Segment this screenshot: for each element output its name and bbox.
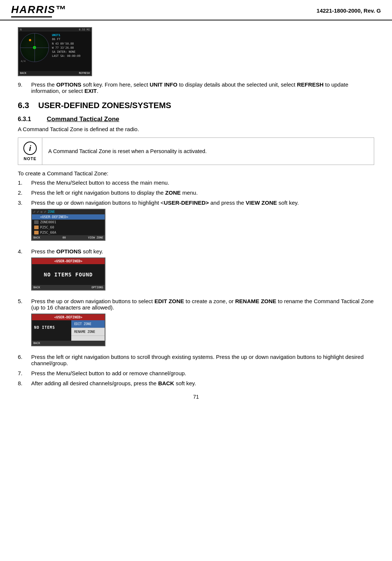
p25c60-icon xyxy=(34,226,39,229)
note-icon: i xyxy=(23,142,37,155)
screen-image: N 0.55 MI 4/4 UNIT1 86 FT N 43 09'50.88 … xyxy=(18,27,92,76)
step-5-num: 5. xyxy=(18,298,31,350)
p25c60a-icon xyxy=(34,231,39,234)
step-4-num: 4. xyxy=(18,248,31,294)
create-intro: To create a Command Tactical Zone: xyxy=(18,170,374,176)
step-9-content: Press the OPTIONS soft key. From here, s… xyxy=(31,81,374,94)
screen4-menu: EDIT ZONE RENAME ZONE xyxy=(71,320,105,341)
screen4-body: NO ITEMS EDIT ZONE RENAME ZONE xyxy=(32,320,105,341)
section-631-num: 6.3.1 xyxy=(18,116,40,123)
step-5: 5. Press the up or down navigation butto… xyxy=(18,298,374,350)
radar-crosshair-v xyxy=(35,33,35,62)
main-content: N 0.55 MI 4/4 UNIT1 86 FT N 43 09'50.88 … xyxy=(0,20,392,415)
step-9-num: 9. xyxy=(18,81,31,94)
screen2-header: ☍ ☍ ⚙ ☍ ZONE xyxy=(32,210,105,214)
rename-zone-keyword: RENAME ZONE xyxy=(235,298,276,304)
screen4-header: <USER-DEFINED> xyxy=(32,314,105,320)
screen2-row-p25c60a: P25C_60A ▼ xyxy=(32,230,105,235)
step-9: 9. Press the OPTIONS soft key. From here… xyxy=(18,81,374,94)
options-keyword: OPTIONS xyxy=(56,81,82,88)
radar-circle xyxy=(20,33,49,62)
step-4: 4. Press the OPTIONS soft key. <USER-DEF… xyxy=(18,248,374,294)
doc-number: 14221-1800-2000, Rev. G xyxy=(317,7,381,14)
screen-compass: N xyxy=(20,28,22,31)
screen2-row-zone0001: ZONE0001 xyxy=(32,220,105,225)
zone-keyword: ZONE xyxy=(165,189,181,196)
step-8: 8. After adding all desired channels/gro… xyxy=(18,380,374,386)
logo-underline xyxy=(11,16,52,17)
screen2-icons: ☍ ☍ ⚙ ☍ ZONE xyxy=(33,210,55,214)
screen-distance: 0.55 MI xyxy=(79,28,90,31)
screen4-footer: BACK xyxy=(32,341,105,346)
screen-soft-keys: BACK REFRESH xyxy=(19,71,91,75)
user-defined-icon xyxy=(34,215,39,219)
step-3-content: Press the up or down navigation buttons … xyxy=(31,200,374,244)
edit-zone-menu-item: EDIT ZONE xyxy=(71,320,105,328)
edit-zone-keyword: EDIT ZONE xyxy=(154,298,184,304)
screen2-container: ☍ ☍ ⚙ ☍ ZONE <USER-DEFINED> ZONE0001 xyxy=(31,209,374,241)
soft-back-3: BACK xyxy=(33,286,40,289)
screen2-row-selected: <USER-DEFINED> xyxy=(32,214,105,220)
unit-info-keyword: UNIT INFO xyxy=(150,81,177,88)
step-1-num: 1. xyxy=(18,179,31,186)
section-63-heading: 6.3 USER-DEFINED ZONES/SYSTEMS xyxy=(18,101,374,110)
page-number: 71 xyxy=(193,394,199,400)
step-7-num: 7. xyxy=(18,370,31,376)
screen2: ☍ ☍ ⚙ ☍ ZONE <USER-DEFINED> ZONE0001 xyxy=(31,209,105,241)
step-3: 3. Press the up or down navigation butto… xyxy=(18,200,374,244)
screen4: <USER-DEFINED> NO ITEMS EDIT ZONE RENAME… xyxy=(31,314,105,346)
soft-00: 00 xyxy=(62,236,66,239)
note-box: i NOTE A Command Tactical Zone is reset … xyxy=(18,137,374,165)
note-icon-column: i NOTE xyxy=(18,138,42,165)
company-logo: HARRIS™ xyxy=(11,4,66,16)
step-7: 7. Press the Menu/Select button to add o… xyxy=(18,370,374,376)
soft-key-refresh: REFRESH xyxy=(79,72,90,75)
section-631-title: Command Tactical Zone xyxy=(47,116,119,123)
options-keyword-2: OPTIONS xyxy=(56,248,82,254)
user-defined-label: <USER-DEFINED> xyxy=(40,215,68,219)
screen-top-bar: N 0.55 MI xyxy=(19,28,91,32)
view-zone-keyword: VIEW ZONE xyxy=(246,200,277,206)
section-63-title: USER-DEFINED ZONES/SYSTEMS xyxy=(38,101,171,110)
step-6-num: 6. xyxy=(18,354,31,366)
soft-view-zone: VIEW ZONE xyxy=(88,236,103,239)
screen3-footer: BACK OPTIONS xyxy=(32,285,105,290)
radar-page: 4/4 xyxy=(21,60,26,63)
step9-screen: N 0.55 MI 4/4 UNIT1 86 FT N 43 09'50.88 … xyxy=(18,27,374,76)
screen4-left: NO ITEMS xyxy=(32,320,71,341)
step-2: 2. Press the left or right navigation bu… xyxy=(18,189,374,196)
screen2-footer: BACK 00 VIEW ZONE xyxy=(32,235,105,240)
step-4-content: Press the OPTIONS soft key. <USER-DEFINE… xyxy=(31,248,374,294)
step-6-content: Press the left or right navigation butto… xyxy=(31,354,374,366)
zone0001-icon xyxy=(34,220,39,224)
refresh-keyword: REFRESH xyxy=(297,81,324,88)
section-63-num: 6.3 xyxy=(18,101,29,110)
soft-options: OPTIONS xyxy=(91,286,103,289)
soft-key-back: BACK xyxy=(20,72,26,75)
section-631-intro: A Command Tactical Zone is defined at th… xyxy=(18,126,374,132)
note-text: A Command Tactical Zone is reset when a … xyxy=(42,138,213,165)
soft-back-4: BACK xyxy=(33,341,40,345)
radar-circle-area: 4/4 xyxy=(20,33,50,63)
radar-info: UNIT1 86 FT N 43 09'50.88 W 77 33'26.88 … xyxy=(51,32,81,64)
rename-zone-menu-item: RENAME ZONE xyxy=(71,328,105,336)
page-footer: 71 xyxy=(18,394,374,403)
screen2-row-p25c60: P25C_60 xyxy=(32,225,105,230)
step-5-content: Press the up or down navigation buttons … xyxy=(31,298,374,350)
user-defined-keyword: USER-DEFINED> xyxy=(164,200,209,206)
exit-keyword: EXIT xyxy=(84,88,97,94)
back-keyword: BACK xyxy=(158,380,174,386)
screen3-header: <USER-DEFINED> xyxy=(32,258,105,264)
p25c60-label: P25C_60 xyxy=(40,226,54,229)
screen3-body: NO ITEMS FOUND xyxy=(32,264,105,285)
step-8-num: 8. xyxy=(18,380,31,386)
step-1: 1. Press the Menu/Select button to acces… xyxy=(18,179,374,186)
soft-back-2: BACK xyxy=(33,236,40,239)
screen3: <USER-DEFINED> NO ITEMS FOUND BACK OPTIO… xyxy=(31,257,105,291)
note-label: NOTE xyxy=(24,156,37,161)
p25c60a-label: P25C_60A xyxy=(40,231,56,234)
step-1-content: Press the Menu/Select button to access t… xyxy=(31,179,374,186)
section-631-heading: 6.3.1 Command Tactical Zone xyxy=(18,116,374,123)
step-7-content: Press the Menu/Select button to add or r… xyxy=(31,370,374,376)
radar-main: 4/4 UNIT1 86 FT N 43 09'50.88 W 77 33'26… xyxy=(19,32,91,64)
